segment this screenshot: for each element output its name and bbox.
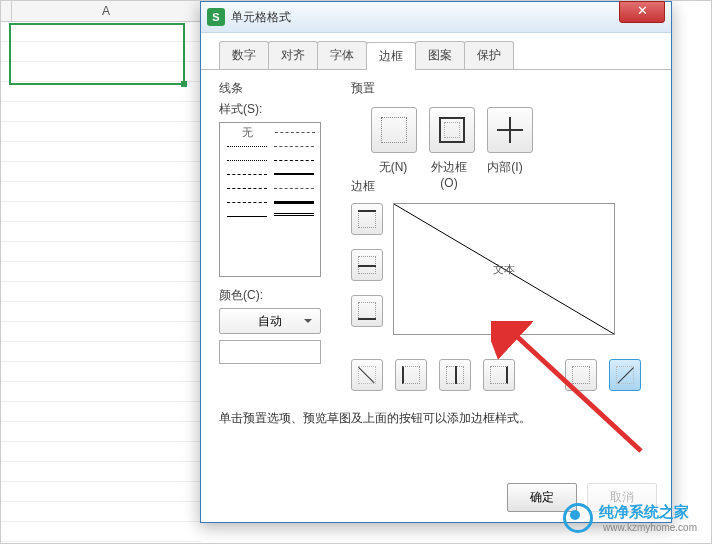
preset-inside-icon — [497, 117, 523, 143]
border-diag-down-button[interactable] — [609, 359, 641, 391]
line-style-list[interactable]: 无 — [219, 122, 321, 277]
border-right-button[interactable] — [483, 359, 515, 391]
column-header-a[interactable]: A — [12, 1, 201, 21]
titlebar[interactable]: S 单元格格式 ✕ — [201, 2, 671, 33]
color-swatch — [219, 340, 321, 364]
diag-down-icon — [616, 366, 634, 384]
tab-number[interactable]: 数字 — [219, 41, 269, 69]
border-hmid-button[interactable] — [351, 249, 383, 281]
border-bottom-button[interactable] — [351, 295, 383, 327]
line-style-dotted2[interactable] — [227, 160, 267, 161]
border-right-icon — [490, 366, 508, 384]
tab-font[interactable]: 字体 — [317, 41, 367, 69]
dialog-title: 单元格格式 — [231, 9, 291, 26]
line-style-dashed2[interactable] — [227, 174, 267, 175]
tab-border[interactable]: 边框 — [366, 42, 416, 70]
watermark-text: 纯净系统之家 — [599, 503, 697, 522]
watermark-url: www.kzmyhome.com — [603, 522, 697, 533]
spreadsheet: A — [1, 1, 201, 544]
preset-section-label: 预置 — [351, 80, 651, 97]
color-value: 自动 — [258, 313, 282, 330]
line-style-dashdot3[interactable] — [274, 188, 314, 189]
border-left-button[interactable] — [395, 359, 427, 391]
preset-none-button[interactable] — [371, 107, 417, 153]
style-label: 样式(S): — [219, 101, 339, 118]
border-hmid-icon — [358, 256, 376, 274]
line-style-thick[interactable] — [274, 201, 314, 204]
cell-format-dialog: S 单元格格式 ✕ 数字 对齐 字体 边框 图案 保护 线条 样式(S): 无 — [200, 1, 672, 523]
tab-protect[interactable]: 保护 — [464, 41, 514, 69]
preset-outline-button[interactable] — [429, 107, 475, 153]
tab-align[interactable]: 对齐 — [268, 41, 318, 69]
tab-pattern[interactable]: 图案 — [415, 41, 465, 69]
preset-outline-icon — [439, 117, 465, 143]
watermark: 纯净系统之家 www.kzmyhome.com — [563, 503, 697, 533]
line-section-label: 线条 — [219, 80, 339, 97]
active-cell[interactable] — [9, 23, 185, 85]
border-diag-up-button[interactable] — [351, 359, 383, 391]
line-style-dashdot[interactable] — [275, 132, 315, 133]
watermark-icon — [563, 503, 593, 533]
color-label: 颜色(C): — [219, 287, 339, 304]
preset-inside-button[interactable] — [487, 107, 533, 153]
border-vmid-icon — [446, 366, 464, 384]
preview-text: 文本 — [493, 262, 515, 277]
border-left-icon — [402, 366, 420, 384]
line-style-dashed4[interactable] — [227, 202, 267, 203]
line-style-medium[interactable] — [274, 173, 314, 175]
close-button[interactable]: ✕ — [619, 1, 665, 23]
line-style-none[interactable]: 无 — [226, 125, 270, 140]
line-style-double[interactable] — [274, 213, 314, 219]
line-style-dotted[interactable] — [227, 146, 267, 147]
border-bottom-icon — [358, 302, 376, 320]
line-style-dashed[interactable] — [274, 160, 314, 161]
line-style-dashdot2[interactable] — [274, 146, 314, 147]
color-dropdown[interactable]: 自动 — [219, 308, 321, 334]
border-preview[interactable]: 文本 — [393, 203, 615, 335]
tab-bar: 数字 对齐 字体 边框 图案 保护 — [201, 33, 671, 70]
diag-up-icon — [358, 366, 376, 384]
hint-text: 单击预置选项、预览草图及上面的按钮可以添加边框样式。 — [219, 410, 531, 427]
preset-none-icon — [381, 117, 407, 143]
border-section-label: 边框 — [351, 178, 651, 195]
app-icon: S — [207, 8, 225, 26]
line-style-dashed3[interactable] — [227, 188, 267, 189]
border-top-icon — [358, 210, 376, 228]
border-top-button[interactable] — [351, 203, 383, 235]
border-vmid-button[interactable] — [439, 359, 471, 391]
border-none-button[interactable] — [565, 359, 597, 391]
border-none-icon — [572, 366, 590, 384]
line-style-thin[interactable] — [227, 216, 267, 217]
